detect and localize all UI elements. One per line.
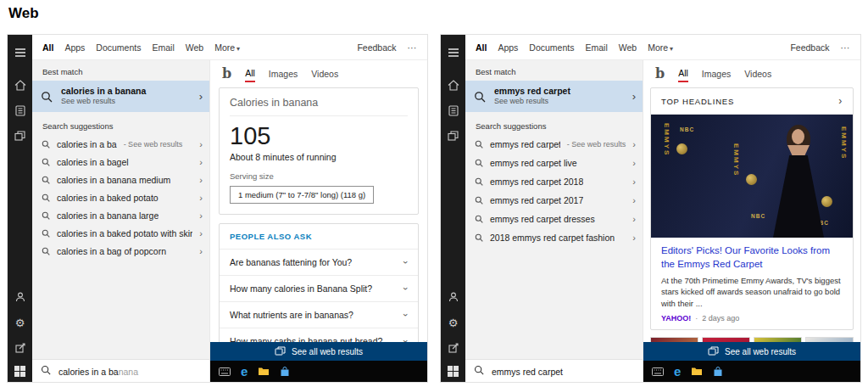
hamburger-menu-icon[interactable] [8,40,32,65]
tab-email[interactable]: Email [152,42,174,53]
feedback-link[interactable]: Feedback [790,42,829,53]
tab-all[interactable]: All [476,42,487,53]
edge-browser-icon[interactable]: e [674,365,681,378]
devices-icon[interactable] [8,123,32,149]
tab-email[interactable]: Email [585,42,607,53]
search-suggestion[interactable]: emmys red carpet live › [465,154,643,172]
chevron-down-icon[interactable]: › [401,261,411,264]
start-button[interactable] [441,361,465,382]
overflow-menu-icon[interactable]: ⋯ [408,42,418,53]
chevron-right-icon[interactable]: › [199,246,203,256]
search-suggestion[interactable]: calories in a ba - See web results › [32,135,209,153]
tab-documents[interactable]: Documents [96,42,141,53]
preview-tab-images[interactable]: Images [702,64,731,81]
search-suggestion[interactable]: emmys red carpet 2018 › [465,172,643,191]
devices-icon[interactable] [441,123,465,149]
search-input[interactable]: emmys red carpet [465,359,643,382]
search-suggestion[interactable]: 2018 emmys red carpet fashion › [465,228,643,247]
notebook-icon[interactable] [441,98,465,123]
chevron-right-icon[interactable]: › [632,214,636,224]
chevron-right-icon[interactable]: › [199,139,203,149]
feedback-link[interactable]: Feedback [357,42,396,53]
chevron-right-icon[interactable]: › [199,157,203,167]
paa-question[interactable]: How many calories in Banana Split? › [220,276,418,302]
search-suggestion[interactable]: calories in a banana medium › [32,171,209,188]
search-suggestion[interactable]: calories in a bagel › [32,153,209,171]
tab-web[interactable]: Web [619,42,637,53]
touch-keyboard-icon[interactable] [219,367,231,376]
preview-tab-all[interactable]: All [678,64,688,82]
preview-tab-videos[interactable]: Videos [744,64,771,81]
best-match-result[interactable]: calories in a banana See web results › [32,81,209,112]
search-icon [42,226,50,241]
microsoft-store-icon[interactable] [713,367,723,377]
feedback-compose-icon[interactable] [441,335,465,361]
search-suggestion[interactable]: emmys red carpet dresses › [465,210,643,228]
search-suggestion[interactable]: calories in a bag of popcorn › [32,242,209,260]
home-icon[interactable] [8,72,32,98]
chevron-right-icon[interactable]: › [199,210,203,221]
suggestion-text: calories in a baked potato [57,193,159,203]
chevron-right-icon[interactable]: › [632,233,636,243]
chevron-right-icon[interactable]: › [632,195,636,205]
paa-question[interactable]: Are bananas fattening for You? › [220,250,418,276]
serving-size-dropdown[interactable]: 1 medium (7" to 7-7/8" long) (118 g) [230,186,374,204]
settings-gear-icon[interactable]: ⚙ [441,310,465,335]
suggestion-text: emmys red carpet 2018 [490,177,583,187]
news-headline-link[interactable]: Editors' Picks! Our Favorite Looks from … [661,244,843,271]
search-suggestion[interactable]: emmys red carpet 2017 › [465,191,643,210]
chevron-right-icon[interactable]: › [199,193,203,203]
tab-more[interactable]: More▾ [214,42,240,53]
preview-tab-images[interactable]: Images [269,64,298,81]
file-explorer-icon[interactable] [258,367,270,376]
best-match-result[interactable]: emmys red carpet See web results › [465,81,643,112]
chevron-down-icon[interactable]: › [401,287,411,290]
microsoft-store-icon[interactable] [280,367,290,377]
file-explorer-icon[interactable] [691,367,703,376]
best-match-subtitle: See web results [494,97,570,107]
search-input[interactable]: calories in a banana [32,359,209,382]
chevron-right-icon[interactable]: › [838,95,843,107]
account-icon[interactable] [8,284,32,310]
tab-documents[interactable]: Documents [529,42,574,53]
search-suggestion[interactable]: calories in a baked potato › [32,188,209,206]
chevron-right-icon[interactable]: › [632,158,636,168]
top-headlines-label: TOP HEADLINES [661,97,734,106]
taskbar: e [210,361,427,382]
see-all-web-results-button[interactable]: See all web results [210,342,427,361]
tab-more[interactable]: More▾ [648,42,673,53]
search-suggestion[interactable]: calories in a baked potato with skin › [32,224,209,242]
feedback-compose-icon[interactable] [8,335,32,361]
search-suggestion[interactable]: calories in a banana large › [32,206,209,224]
chevron-right-icon[interactable]: › [199,175,203,185]
preview-tab-videos[interactable]: Videos [311,64,338,81]
best-match-label: Best match [32,60,209,81]
edge-browser-icon[interactable]: e [241,365,248,378]
account-icon[interactable] [441,284,465,310]
chevron-right-icon[interactable]: › [626,90,643,103]
tab-apps[interactable]: Apps [64,42,85,53]
see-all-web-results-button[interactable]: See all web results [643,342,860,361]
chevron-right-icon[interactable]: › [199,228,203,238]
caret-down-icon: ▾ [236,45,240,53]
preview-tab-all[interactable]: All [245,64,255,82]
paa-question[interactable]: What nutrients are in bananas? › [220,302,418,328]
tab-web[interactable]: Web [186,42,203,53]
chevron-right-icon[interactable]: › [192,90,209,103]
chevron-right-icon[interactable]: › [632,177,636,187]
results-column: Best match calories in a banana See web … [32,60,209,382]
news-hero-image[interactable]: EMMYS EMMYS EMMYS NBC NBC NBC [651,115,853,238]
settings-gear-icon[interactable]: ⚙ [8,310,32,335]
home-icon[interactable] [441,72,465,98]
search-icon [474,363,484,379]
touch-keyboard-icon[interactable] [652,367,664,376]
chevron-right-icon[interactable]: › [632,139,636,149]
start-button[interactable] [8,361,32,382]
hamburger-menu-icon[interactable] [441,40,465,65]
chevron-down-icon[interactable]: › [401,313,411,317]
overflow-menu-icon[interactable]: ⋯ [841,42,851,53]
notebook-icon[interactable] [8,98,32,123]
tab-apps[interactable]: Apps [498,42,518,53]
tab-all[interactable]: All [42,42,53,53]
search-suggestion[interactable]: emmys red carpet best - See web results … [465,135,643,154]
